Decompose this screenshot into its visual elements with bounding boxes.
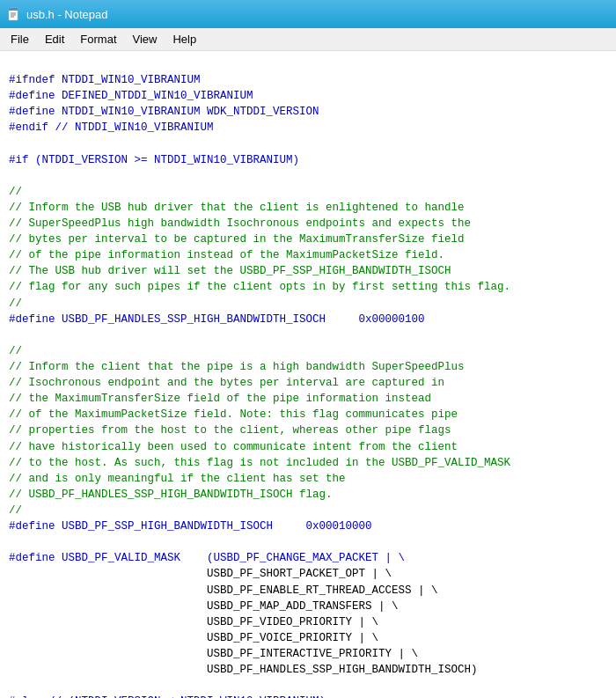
menu-edit[interactable]: Edit	[38, 31, 71, 48]
title-bar: usb.h - Notepad	[0, 0, 616, 28]
code-line: #define USBD_PF_VALID_MASK (USBD_PF_CHAN…	[9, 550, 607, 566]
code-line: #else // (NTDDI_VERSION < NTDDI_WIN10_VI…	[9, 694, 607, 698]
app-icon	[7, 7, 21, 21]
code-line: //	[9, 343, 607, 359]
code-line: #if (NTDDI_VERSION >= NTDDI_WIN10_VIBRAN…	[9, 152, 607, 168]
code-line: #endif // NTDDI_WIN10_VIBRANIUM	[9, 120, 607, 136]
menu-help[interactable]: Help	[165, 31, 203, 48]
code-line: #define DEFINED_NTDDI_WIN10_VIBRANIUM	[9, 88, 607, 104]
code-line: // flag for any such pipes if the client…	[9, 279, 607, 295]
code-line: #define NTDDI_WIN10_VIBRANIUM WDK_NTDDI_…	[9, 104, 607, 120]
code-line: #define USBD_PF_HANDLES_SSP_HIGH_BANDWID…	[9, 312, 607, 327]
code-line: // USBD_PF_HANDLES_SSP_HIGH_BANDWIDTH_IS…	[9, 487, 607, 503]
code-editor[interactable]: #ifndef NTDDI_WIN10_VIBRANIUM#define DEF…	[0, 51, 616, 698]
svg-rect-1	[9, 8, 18, 11]
code-line: // of the MaximumPacketSize field. Note:…	[9, 407, 607, 422]
code-line: #define USBD_PF_SSP_HIGH_BANDWIDTH_ISOCH…	[9, 518, 607, 534]
code-line: USBD_PF_HANDLES_SSP_HIGH_BANDWIDTH_ISOCH…	[9, 662, 607, 678]
code-line: // Inform the client that the pipe is a …	[9, 359, 607, 375]
code-line: // and is only meaningful if the client …	[9, 471, 607, 487]
code-line	[9, 678, 607, 694]
code-line: // the MaximumTransferSize field of the …	[9, 391, 607, 407]
code-line: USBD_PF_SHORT_PACKET_OPT | \	[9, 566, 607, 582]
code-line: // bytes per interval to be captured in …	[9, 231, 607, 247]
code-line: // Inform the USB hub driver that the cl…	[9, 200, 607, 216]
code-line: #ifndef NTDDI_WIN10_VIBRANIUM	[9, 72, 607, 88]
code-line: // Isochronous endpoint and the bytes pe…	[9, 375, 607, 391]
code-line	[9, 168, 607, 184]
code-line	[9, 136, 607, 152]
code-line	[9, 327, 607, 343]
code-line	[9, 534, 607, 550]
code-line: USBD_PF_INTERACTIVE_PRIORITY | \	[9, 646, 607, 662]
code-line: //	[9, 296, 607, 312]
code-line: //	[9, 503, 607, 518]
code-line: USBD_PF_MAP_ADD_TRANSFERS | \	[9, 599, 607, 614]
menu-format[interactable]: Format	[73, 31, 123, 48]
code-line: // of the pipe information instead of th…	[9, 247, 607, 263]
menu-bar: File Edit Format View Help	[0, 28, 616, 51]
window-title: usb.h - Notepad	[26, 8, 108, 21]
code-line: // SuperSpeedPlus high bandwidth Isochro…	[9, 216, 607, 231]
menu-file[interactable]: File	[4, 31, 36, 48]
code-line: USBD_PF_VOICE_PRIORITY | \	[9, 630, 607, 646]
code-line: // properties from the host to the clien…	[9, 422, 607, 438]
code-line: //	[9, 184, 607, 200]
menu-view[interactable]: View	[126, 31, 165, 48]
code-line: // The USB hub driver will set the USBD_…	[9, 263, 607, 279]
code-line: USBD_PF_VIDEO_PRIORITY | \	[9, 614, 607, 630]
code-line: USBD_PF_ENABLE_RT_THREAD_ACCESS | \	[9, 583, 607, 599]
code-line: // to the host. As such, this flag is no…	[9, 455, 607, 471]
code-line	[9, 56, 607, 72]
code-line: // have historically been used to commun…	[9, 439, 607, 455]
